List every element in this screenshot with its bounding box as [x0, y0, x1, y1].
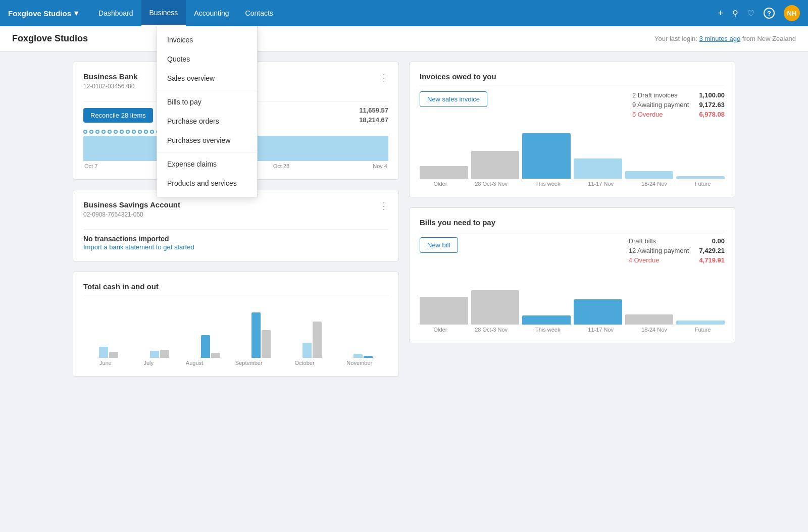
- dropdown-divider-2: [157, 152, 257, 152]
- bills-overdue-value: 4,719.91: [699, 256, 725, 264]
- cash-chart-labels: June July August September October Novem…: [83, 360, 388, 366]
- dot: [144, 130, 148, 134]
- draft-invoices-label: 2 Draft invoices: [632, 91, 678, 99]
- main-nav: Foxglove Studios ▾ Dashboard Business Ac…: [0, 0, 808, 26]
- bar-july-in: [150, 351, 159, 358]
- bar-group-sept: [236, 312, 287, 358]
- bills-awaiting-value: 7,429.21: [699, 247, 725, 254]
- bar-sept-in: [251, 312, 261, 358]
- dot: [126, 130, 130, 134]
- dropdown-purchase-orders[interactable]: Purchase orders: [157, 112, 257, 131]
- bar-oct-out: [313, 322, 322, 358]
- dropdown-products-services[interactable]: Products and services: [157, 174, 257, 193]
- bills-card: Bills you need to pay New bill Draft bil…: [409, 207, 735, 343]
- invoices-divider: [420, 85, 725, 85]
- page-title: Foxglove Studios: [12, 33, 88, 44]
- bank-account-number: 12-0102-03456780: [83, 83, 138, 90]
- invoice-actions: New sales invoice 2 Draft invoices 1,100…: [420, 91, 725, 120]
- dropdown-invoices[interactable]: Invoices: [157, 30, 257, 49]
- dot: [95, 130, 99, 134]
- bar-june-out: [109, 352, 118, 358]
- nav-links: Dashboard Business Accounting Contacts: [90, 0, 281, 26]
- cash-chart: [83, 302, 388, 358]
- dot: [89, 130, 93, 134]
- new-sales-invoice-button[interactable]: New sales invoice: [420, 91, 487, 107]
- bchart-older: [420, 297, 468, 325]
- user-avatar[interactable]: NH: [784, 5, 800, 21]
- brand[interactable]: Foxglove Studios ▾: [8, 9, 78, 18]
- bchart-11nov: [574, 299, 622, 325]
- bar-july-out: [160, 350, 169, 358]
- new-bill-button[interactable]: New bill: [420, 237, 458, 253]
- bchart-18nov: [625, 314, 674, 325]
- savings-card-menu[interactable]: ⋮: [379, 200, 388, 211]
- bar-june-in: [99, 347, 108, 358]
- savings-account-number: 02-0908-7654321-050: [83, 211, 180, 218]
- bank-card-menu[interactable]: ⋮: [379, 72, 388, 83]
- bchart-28oct: [471, 290, 520, 325]
- bank-card-title: Business Bank: [83, 72, 138, 81]
- total-cash-title: Total cash in and out: [83, 282, 388, 291]
- bills-stats: Draft bills 0.00 12 Awaiting payment 7,4…: [629, 237, 725, 266]
- bills-chart-labels: Older 28 Oct-3 Nov This week 11-17 Nov 1…: [420, 327, 725, 333]
- draft-bills-label: Draft bills: [629, 237, 656, 245]
- bar-nov-out: [364, 356, 373, 358]
- nav-business[interactable]: Business: [141, 0, 186, 26]
- dropdown-quotes[interactable]: Quotes: [157, 49, 257, 69]
- draft-invoices-value: 1,100.00: [699, 91, 725, 99]
- awaiting-payment-value: 9,172.63: [699, 101, 725, 109]
- nav-accounting[interactable]: Accounting: [186, 0, 237, 26]
- ichart-28oct: [471, 151, 520, 179]
- awaiting-payment-label: 9 Awaiting payment: [632, 101, 689, 109]
- dropdown-sales-overview[interactable]: Sales overview: [157, 69, 257, 88]
- invoice-chart: [420, 128, 725, 179]
- savings-card: Business Savings Account 02-0908-7654321…: [73, 190, 399, 261]
- bar-aug-in: [201, 335, 210, 358]
- ichart-future: [676, 176, 725, 179]
- dot: [114, 130, 118, 134]
- bar-nov-in: [354, 354, 363, 358]
- savings-divider: [83, 229, 388, 230]
- invoices-card-title: Invoices owed to you: [420, 72, 725, 81]
- subheader: Foxglove Studios Your last login: 3 minu…: [0, 26, 808, 51]
- dropdown-divider-1: [157, 90, 257, 90]
- reconcile-button[interactable]: Reconcile 28 items: [83, 108, 153, 123]
- dot: [120, 130, 124, 134]
- dropdown-bills-to-pay[interactable]: Bills to pay: [157, 92, 257, 112]
- bell-icon[interactable]: ♡: [747, 9, 754, 18]
- bar-group-nov: [337, 354, 388, 358]
- dropdown-purchases-overview[interactable]: Purchases overview: [157, 131, 257, 150]
- right-column: Invoices owed to you New sales invoice 2…: [409, 62, 735, 377]
- bar-sept-out: [262, 330, 271, 358]
- dropdown-expense-claims[interactable]: Expense claims: [157, 154, 257, 174]
- business-dropdown: Invoices Quotes Sales overview Bills to …: [157, 26, 258, 197]
- overdue-invoice-value: 6,978.08: [699, 111, 725, 118]
- login-info: Your last login: 3 minutes ago from New …: [654, 35, 796, 42]
- nav-dashboard[interactable]: Dashboard: [90, 0, 141, 26]
- brand-chevron: ▾: [74, 9, 78, 18]
- bar-oct-in: [302, 343, 312, 358]
- help-icon[interactable]: ?: [764, 8, 775, 19]
- bills-overdue-label: 4 Overdue: [629, 256, 660, 264]
- bills-chart: [420, 274, 725, 325]
- invoices-stats: 2 Draft invoices 1,100.00 9 Awaiting pay…: [632, 91, 725, 120]
- overdue-invoice-label: 5 Overdue: [632, 111, 663, 118]
- nav-contacts[interactable]: Contacts: [237, 0, 281, 26]
- bchart-thisweek: [522, 315, 571, 325]
- login-time[interactable]: 3 minutes ago: [699, 35, 741, 42]
- bchart-future: [676, 321, 725, 325]
- invoices-card: Invoices owed to you New sales invoice 2…: [409, 62, 735, 197]
- add-icon[interactable]: +: [718, 8, 723, 19]
- import-link[interactable]: Import a bank statement to get started: [83, 243, 194, 251]
- total-cash-divider: [83, 295, 388, 295]
- ichart-thisweek: [522, 133, 571, 179]
- ichart-11nov: [574, 158, 622, 179]
- search-icon[interactable]: ⚲: [732, 9, 738, 18]
- no-transactions-text: No transactions imported: [83, 235, 388, 243]
- nav-right: + ⚲ ♡ ? NH: [718, 5, 800, 21]
- total-cash-card: Total cash in and out: [73, 272, 399, 377]
- bar-aug-out: [211, 353, 220, 358]
- bills-awaiting-label: 12 Awaiting payment: [629, 247, 689, 254]
- bar-group-oct: [287, 322, 338, 358]
- dot: [108, 130, 112, 134]
